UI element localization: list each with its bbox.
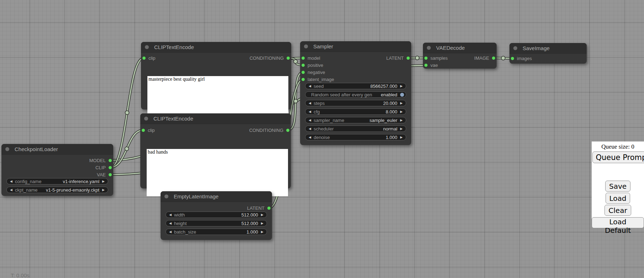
output-port-image[interactable] bbox=[492, 57, 495, 60]
node-title: VAEDecode bbox=[436, 45, 465, 51]
node-collapse-dot-icon[interactable] bbox=[304, 44, 308, 48]
widget-value: enabled bbox=[381, 92, 397, 97]
increment-arrow-icon[interactable]: ▶ bbox=[400, 85, 403, 88]
node-title-bar[interactable]: SaveImage bbox=[509, 43, 587, 54]
decrement-arrow-icon[interactable]: ◀ bbox=[10, 180, 12, 183]
node-save-image[interactable]: SaveImage images bbox=[509, 43, 587, 64]
increment-arrow-icon[interactable]: ▶ bbox=[102, 188, 105, 192]
widget-name: seed bbox=[314, 84, 324, 89]
output-port-clip[interactable] bbox=[109, 166, 112, 169]
link-midpoint-dot bbox=[501, 56, 505, 60]
widget-value: v1-inference.yaml bbox=[63, 179, 99, 184]
comfyui-graph-canvas[interactable]: { "colors": { "wire": "#b6c9ae", "wire_o… bbox=[0, 0, 644, 278]
widget-config-name[interactable]: ◀ config_name v1-inference.yaml ▶ bbox=[6, 178, 108, 185]
output-port-model[interactable] bbox=[109, 159, 112, 162]
increment-arrow-icon[interactable]: ▶ bbox=[400, 136, 403, 139]
input-port-positive[interactable] bbox=[302, 64, 305, 67]
widget-random-seed-toggle[interactable]: Random seed after every gen enabled bbox=[305, 91, 406, 98]
decrement-arrow-icon[interactable]: ◀ bbox=[309, 85, 311, 88]
widget-scheduler[interactable]: ◀ scheduler normal ▶ bbox=[305, 125, 406, 132]
prompt-textarea[interactable]: masterpiece best quality girl bbox=[147, 76, 288, 119]
node-clip-text-encode-positive[interactable]: CLIPTextEncode clip CONDITIONING masterp… bbox=[141, 42, 291, 109]
output-label-vae: VAE bbox=[97, 172, 106, 177]
node-checkpoint-loader[interactable]: CheckpointLoader MODEL CLIP VAE ◀ config… bbox=[1, 144, 113, 196]
port-row: clip CONDITIONING bbox=[141, 54, 291, 62]
prompt-textarea[interactable]: bad hands bbox=[147, 149, 288, 196]
decrement-arrow-icon[interactable]: ◀ bbox=[309, 127, 311, 130]
decrement-arrow-icon[interactable]: ◀ bbox=[309, 136, 311, 139]
decrement-arrow-icon[interactable]: ◀ bbox=[169, 213, 172, 216]
load-default-button[interactable]: Load Default bbox=[592, 217, 644, 228]
input-label-positive: positive bbox=[308, 63, 323, 68]
widget-cfg[interactable]: ◀ cfg 8.000 ▶ bbox=[305, 108, 406, 115]
decrement-arrow-icon[interactable]: ◀ bbox=[309, 110, 311, 113]
node-collapse-dot-icon[interactable] bbox=[513, 46, 517, 50]
input-port-clip[interactable] bbox=[142, 129, 145, 132]
increment-arrow-icon[interactable]: ▶ bbox=[400, 102, 403, 105]
node-collapse-dot-icon[interactable] bbox=[164, 194, 168, 198]
toggle-knob-icon[interactable] bbox=[400, 93, 404, 97]
input-port-clip[interactable] bbox=[142, 57, 146, 60]
output-port-latent[interactable] bbox=[267, 207, 271, 210]
widget-width[interactable]: ◀ width 512.000 ▶ bbox=[166, 212, 267, 218]
node-collapse-dot-icon[interactable] bbox=[145, 45, 149, 49]
increment-arrow-icon[interactable]: ▶ bbox=[261, 230, 263, 234]
decrement-arrow-icon[interactable]: ◀ bbox=[309, 102, 311, 105]
save-button[interactable]: Save bbox=[605, 181, 630, 192]
widget-ckpt-name[interactable]: ◀ ckpt_name v1-5-pruned-emaonly.ckpt ▶ bbox=[6, 187, 108, 193]
node-vae-decode[interactable]: VAEDecode samples IMAGE vae bbox=[423, 43, 497, 69]
output-label-conditioning: CONDITIONING bbox=[250, 55, 284, 61]
clear-button[interactable]: Clear bbox=[604, 205, 631, 216]
input-port-latent-image[interactable] bbox=[302, 78, 305, 81]
widget-value: 20.000 bbox=[383, 101, 397, 106]
increment-arrow-icon[interactable]: ▶ bbox=[102, 180, 105, 183]
decrement-arrow-icon[interactable]: ◀ bbox=[169, 230, 172, 234]
output-port-vae[interactable] bbox=[109, 173, 112, 176]
node-sampler[interactable]: Sampler model LATENT positive negative bbox=[300, 41, 411, 145]
increment-arrow-icon[interactable]: ▶ bbox=[400, 119, 403, 122]
node-title: CLIPTextEncode bbox=[154, 44, 194, 50]
decrement-arrow-icon[interactable]: ◀ bbox=[10, 188, 12, 192]
widget-name: width bbox=[174, 212, 185, 218]
input-port-images[interactable] bbox=[511, 57, 514, 60]
node-empty-latent-image[interactable]: EmptyLatentImage LATENT ◀ width 512.000 … bbox=[161, 191, 272, 240]
node-collapse-dot-icon[interactable] bbox=[427, 46, 431, 50]
output-port-latent[interactable] bbox=[407, 57, 410, 60]
queue-prompt-button[interactable]: Queue Prompt bbox=[592, 151, 644, 163]
node-title: SaveImage bbox=[523, 45, 550, 51]
widget-steps[interactable]: ◀ steps 20.000 ▶ bbox=[305, 100, 406, 106]
output-port-conditioning[interactable] bbox=[286, 129, 289, 132]
widget-sampler-name[interactable]: ◀ sampler_name sample_euler ▶ bbox=[305, 117, 406, 123]
increment-arrow-icon[interactable]: ▶ bbox=[400, 110, 403, 113]
decrement-arrow-icon[interactable]: ◀ bbox=[309, 119, 311, 122]
input-port-vae[interactable] bbox=[424, 64, 428, 67]
widget-height[interactable]: ◀ height 512.000 ▶ bbox=[166, 220, 267, 226]
input-port-negative[interactable] bbox=[302, 71, 305, 74]
link-midpoint-dot bbox=[125, 147, 129, 151]
load-button[interactable]: Load bbox=[606, 193, 630, 204]
input-port-samples[interactable] bbox=[424, 57, 428, 60]
node-title-bar[interactable]: CLIPTextEncode bbox=[141, 42, 291, 53]
increment-arrow-icon[interactable]: ▶ bbox=[400, 127, 403, 130]
node-collapse-dot-icon[interactable] bbox=[5, 147, 9, 151]
node-title-bar[interactable]: CLIPTextEncode bbox=[140, 113, 291, 124]
widget-value: 1.000 bbox=[386, 135, 398, 140]
widget-denoise[interactable]: ◀ denoise 1.000 ▶ bbox=[305, 134, 406, 140]
node-title-bar[interactable]: Sampler bbox=[300, 41, 411, 52]
widget-batch-size[interactable]: ◀ batch_size 1.000 ▶ bbox=[166, 229, 267, 235]
increment-arrow-icon[interactable]: ▶ bbox=[261, 213, 263, 216]
node-clip-text-encode-negative[interactable]: CLIPTextEncode clip CONDITIONING bad han… bbox=[140, 113, 291, 188]
increment-arrow-icon[interactable]: ▶ bbox=[261, 222, 263, 225]
node-title-bar[interactable]: EmptyLatentImage bbox=[161, 191, 272, 202]
widget-seed[interactable]: ◀ seed 8566257.000 ▶ bbox=[305, 83, 406, 89]
node-collapse-dot-icon[interactable] bbox=[144, 117, 148, 121]
output-port-conditioning[interactable] bbox=[287, 57, 290, 60]
widget-value: v1-5-pruned-emaonly.ckpt bbox=[46, 187, 99, 193]
node-title-bar[interactable]: VAEDecode bbox=[423, 43, 497, 53]
node-title-bar[interactable]: CheckpointLoader bbox=[1, 144, 113, 155]
decrement-arrow-icon[interactable]: ◀ bbox=[169, 222, 172, 225]
widget-value: 8566257.000 bbox=[370, 84, 397, 89]
output-label-clip: CLIP bbox=[95, 165, 106, 170]
panel-spacer bbox=[592, 163, 644, 180]
input-port-model[interactable] bbox=[302, 57, 305, 60]
